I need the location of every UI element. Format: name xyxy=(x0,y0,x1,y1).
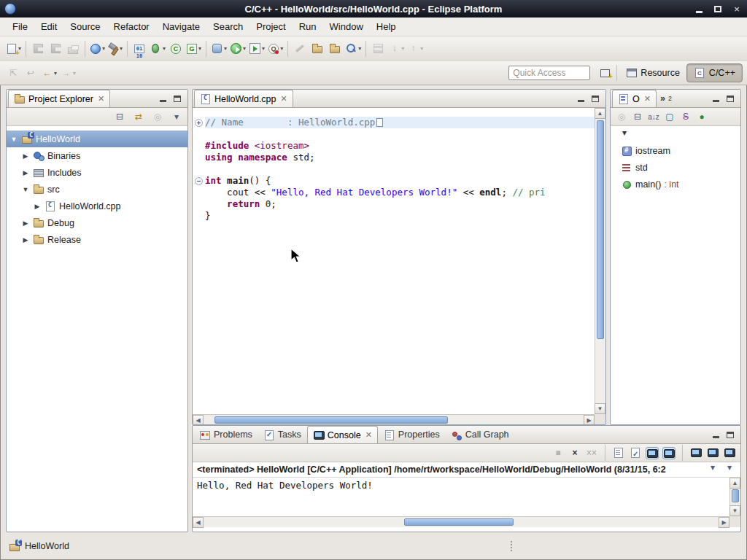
binary-console-button[interactable]: 0110 xyxy=(131,39,148,58)
maximize-view-button[interactable] xyxy=(589,93,601,104)
tab-properties[interactable]: Properties xyxy=(379,426,445,443)
tree-item-helloworld[interactable]: ▼ HelloWorld xyxy=(7,131,187,147)
close-tab-icon[interactable]: ✕ xyxy=(281,94,287,104)
folded-region-box[interactable] xyxy=(376,118,383,127)
chevron-right-icon[interactable]: ▶ xyxy=(33,203,42,210)
terminate-button[interactable]: ■ xyxy=(551,447,565,459)
view-stack-chevron[interactable]: »2 xyxy=(657,90,675,107)
scroll-lock-button[interactable] xyxy=(629,447,642,459)
scroll-down-arrow[interactable]: ▼ xyxy=(595,403,605,414)
remove-all-launches-button[interactable]: ×× xyxy=(585,447,598,459)
print-button[interactable] xyxy=(64,39,82,58)
perspective-cpp-button[interactable]: C C/C++ xyxy=(686,63,743,82)
show-stderr-button[interactable] xyxy=(662,447,676,459)
menu-source[interactable]: Source xyxy=(63,18,107,35)
scroll-up-arrow[interactable]: ▲ xyxy=(729,478,740,489)
minimize-view-button[interactable] xyxy=(157,93,169,104)
scroll-left-arrow[interactable]: ◀ xyxy=(193,415,204,425)
scrollbar-thumb[interactable] xyxy=(214,416,448,424)
menu-help[interactable]: Help xyxy=(370,18,403,35)
focus-button[interactable]: ◎ xyxy=(151,111,164,123)
console-output-text[interactable]: Hello, Red Hat Developers World! xyxy=(193,478,740,493)
scroll-left-arrow[interactable]: ◀ xyxy=(193,517,204,528)
tree-item-debug[interactable]: ▶ Debug xyxy=(7,214,187,231)
profile-button[interactable]: ▾ xyxy=(209,39,228,58)
link-with-editor-button[interactable]: ⇄ xyxy=(132,111,145,123)
coverage-button[interactable]: C xyxy=(167,39,185,58)
build-button[interactable]: ▾ xyxy=(107,39,124,58)
remove-launch-button[interactable]: × xyxy=(568,447,581,459)
open-console-dropdown[interactable]: ▾ xyxy=(723,447,736,459)
hide-non-public-button[interactable]: ● xyxy=(695,111,708,123)
next-annotation-button[interactable]: ↓▾ xyxy=(387,39,406,58)
last-edit-location-button[interactable]: ↩ xyxy=(22,63,39,82)
menu-project[interactable]: Project xyxy=(249,18,292,35)
grid-button[interactable] xyxy=(369,39,387,58)
browser-button[interactable]: ▾ xyxy=(88,39,107,58)
tree-item-src[interactable]: ▼ src xyxy=(7,181,187,198)
open-resource-button[interactable] xyxy=(309,39,326,58)
display-console-dropdown[interactable]: ▾ xyxy=(706,447,719,459)
run-history-button[interactable]: ▾ xyxy=(247,39,266,58)
fold-expanded-icon[interactable] xyxy=(195,177,203,185)
close-tab-icon[interactable]: ✕ xyxy=(98,94,104,104)
hide-static-button[interactable]: S xyxy=(679,111,692,123)
tab-call-graph[interactable]: Call Graph xyxy=(446,426,514,443)
chevron-right-icon[interactable]: ▶ xyxy=(21,219,30,227)
outline-item-std[interactable]: std xyxy=(611,159,740,176)
sort-button[interactable]: a↓z xyxy=(647,111,660,123)
perspective-resource-button[interactable]: Resource xyxy=(620,63,686,82)
menu-run[interactable]: Run xyxy=(293,18,323,35)
hide-fields-button[interactable]: ▢ xyxy=(663,111,676,123)
forward-button[interactable]: →▾ xyxy=(58,63,77,82)
external-tools-button[interactable]: Q▾ xyxy=(266,39,285,58)
tree-item-helloworld-cpp[interactable]: ▶ HelloWorld.cpp xyxy=(7,198,187,214)
fold-collapsed-icon[interactable] xyxy=(195,119,203,127)
tab-outline[interactable]: O ✕ xyxy=(612,90,657,107)
scrollbar-thumb[interactable] xyxy=(597,120,604,339)
title-bar[interactable]: C/C++ - HelloWorld/src/HelloWorld.cpp - … xyxy=(0,0,747,18)
console-vertical-scrollbar[interactable]: ▲ ▼ xyxy=(729,478,740,516)
save-button[interactable] xyxy=(29,39,47,58)
outline-item-main[interactable]: main() : int xyxy=(611,176,740,192)
outline-item-iostream[interactable]: iostream xyxy=(611,142,740,159)
editor-vertical-scrollbar[interactable]: ▲ ▼ xyxy=(595,108,605,414)
tree-item-release[interactable]: ▶ Release xyxy=(7,231,187,248)
mark-occurrences-button[interactable] xyxy=(291,39,309,58)
pin-console-button[interactable] xyxy=(689,447,703,459)
maximize-view-button[interactable] xyxy=(724,429,736,440)
menu-navigate[interactable]: Navigate xyxy=(156,18,206,35)
view-menu-button[interactable]: ▾ xyxy=(618,127,631,139)
close-tab-icon[interactable]: ✕ xyxy=(644,94,651,104)
scroll-right-arrow[interactable]: ▶ xyxy=(719,517,729,528)
scroll-up-arrow[interactable]: ▲ xyxy=(595,108,605,119)
minimize-view-button[interactable] xyxy=(710,429,721,440)
debug-button[interactable]: ▾ xyxy=(148,39,167,58)
pin-editor-button[interactable]: ⇱ xyxy=(4,63,22,82)
collapse-all-button[interactable]: ⊟ xyxy=(631,111,644,123)
tab-tasks[interactable]: Tasks xyxy=(258,426,306,443)
chevron-right-icon[interactable]: ▶ xyxy=(21,169,30,176)
scrollbar-thumb[interactable] xyxy=(732,489,739,502)
chevron-down-icon[interactable]: ▼ xyxy=(9,136,18,143)
tree-item-includes[interactable]: ▶ Includes xyxy=(7,164,187,181)
tab-project-explorer[interactable]: Project Explorer ✕ xyxy=(8,90,110,107)
open-element-button[interactable] xyxy=(326,39,344,58)
scroll-down-arrow[interactable]: ▼ xyxy=(729,505,740,516)
prev-annotation-button[interactable]: ↑▾ xyxy=(406,39,425,58)
menu-edit[interactable]: Edit xyxy=(34,18,63,35)
console-horizontal-scrollbar[interactable]: ◀ ▶ xyxy=(193,516,729,527)
new-button[interactable]: ▾ xyxy=(4,39,23,58)
show-stdout-button[interactable] xyxy=(646,447,659,459)
maximize-window-button[interactable] xyxy=(712,3,724,15)
close-tab-icon[interactable]: ✕ xyxy=(365,430,372,440)
minimize-view-button[interactable] xyxy=(710,93,721,104)
back-button[interactable]: ←▾ xyxy=(39,63,58,82)
view-menu-button[interactable]: ▾ xyxy=(170,111,183,123)
chevron-right-icon[interactable]: ▶ xyxy=(21,152,30,160)
gcov-button[interactable]: G▾ xyxy=(185,39,203,58)
focus-button[interactable]: ◎ xyxy=(615,111,628,123)
quick-access-input[interactable] xyxy=(508,66,590,80)
minimize-window-button[interactable] xyxy=(693,3,705,15)
code-area[interactable]: // Name : HelloWorld.cpp #include <iostr… xyxy=(193,108,595,414)
